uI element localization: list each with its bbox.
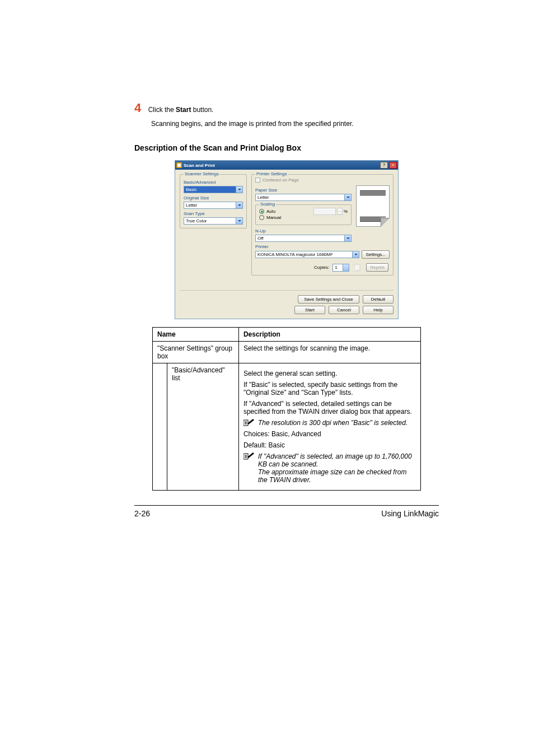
chevron-down-icon [236,202,242,208]
chevron-down-icon [344,235,351,241]
cell-basic-advanced-desc: Select the general scan setting. If "Bas… [238,363,420,491]
nup-combo[interactable]: Off [255,235,352,242]
note-1: The resolution is 300 dpi when "Basic" i… [243,419,416,427]
scaling-percent-input[interactable] [313,208,336,215]
titlebar: Scan and Print ? × [175,161,398,170]
help-button-footer[interactable]: Help [363,306,394,314]
th-description: Description [238,328,420,342]
default-button[interactable]: Default [363,295,394,304]
cell-basic-advanced: "Basic/Advanced" list [167,363,239,491]
cell-scanner-settings: "Scanner Settings" group box [153,342,239,363]
chevron-down-icon [236,218,242,224]
cell-empty [153,363,167,491]
help-button[interactable]: ? [380,162,388,169]
page-preview [356,185,390,227]
scanner-legend: Scanner Settings [184,171,220,176]
original-size-combo[interactable]: Letter [184,202,243,209]
printer-legend: Printer Settings [255,171,288,176]
basic-advanced-combo[interactable]: Basic [184,186,243,193]
titlebar-text: Scan and Print [184,163,379,168]
reprint-button[interactable]: Reprint [366,263,388,272]
paper-size-label: Paper Size [255,188,352,193]
note-icon [243,452,255,460]
note-icon [243,419,255,427]
copies-input[interactable]: 1 [332,264,349,272]
th-name: Name [153,328,239,342]
checkbox-icon [255,178,260,183]
radio-off-icon [259,215,264,220]
page-fold-icon [381,218,390,227]
spinner-icon[interactable] [337,208,343,215]
note-2: If "Advanced" is selected, an image up t… [243,452,416,484]
page-footer: 2-26 Using LinkMagic [134,509,439,518]
page-rule [134,505,439,506]
page-number: 2-26 [134,509,150,518]
footer-title: Using LinkMagic [381,509,439,518]
collate-icon [353,264,363,272]
printer-combo[interactable]: KONICA MINOLTA magicolor 1680MF [255,251,359,258]
step-4: 4 Click the Start button. [134,101,439,115]
scan-type-label: Scan Type [184,211,243,216]
step-subtext: Scanning begins, and the image is printe… [151,120,439,128]
cancel-button[interactable]: Cancel [329,306,359,314]
scaling-group: Scaling Auto [255,204,352,225]
scanner-settings-group: Scanner Settings Basic/Advanced Basic Or… [180,174,247,228]
svg-rect-1 [177,164,181,167]
scan-type-combo[interactable]: True Color [184,217,243,225]
svg-rect-3 [354,264,360,270]
start-button[interactable]: Start [294,306,325,314]
section-heading: Description of the Scan and Print Dialog… [134,143,439,152]
settings-button[interactable]: Settings... [362,250,390,259]
chevron-down-icon [352,251,359,258]
divider [180,290,394,291]
step-number: 4 [134,101,141,115]
printer-label: Printer [255,244,390,249]
original-size-label: Original Size [184,195,243,200]
spinner-icon [343,264,349,271]
description-table: Name Description "Scanner Settings" grou… [152,327,421,491]
auto-radio[interactable]: Auto [259,209,310,214]
scaling-legend: Scaling [259,202,276,207]
step-line: Click the Start button. [148,106,214,114]
save-settings-button[interactable]: Save Settings and Close [298,295,359,304]
close-button[interactable]: × [389,162,397,169]
manual-radio[interactable]: Manual [259,215,310,220]
app-icon [176,162,182,168]
chevron-down-icon [344,194,351,200]
chevron-down-icon [236,186,242,193]
basic-advanced-label: Basic/Advanced [184,180,243,185]
percent-label: % [344,209,348,214]
scan-and-print-dialog: Scan and Print ? × Scanner Settings Basi… [175,160,399,319]
paper-size-combo[interactable]: Letter [255,194,352,201]
centered-on-page-checkbox[interactable]: Centered on Page [255,178,390,183]
copies-label: Copies: [314,265,329,270]
nup-label: N-Up [255,228,352,234]
printer-settings-group: Printer Settings Centered on Page Paper … [251,174,394,276]
radio-on-icon [259,209,264,214]
cell-scanner-settings-desc: Select the settings for scanning the ima… [238,342,420,363]
